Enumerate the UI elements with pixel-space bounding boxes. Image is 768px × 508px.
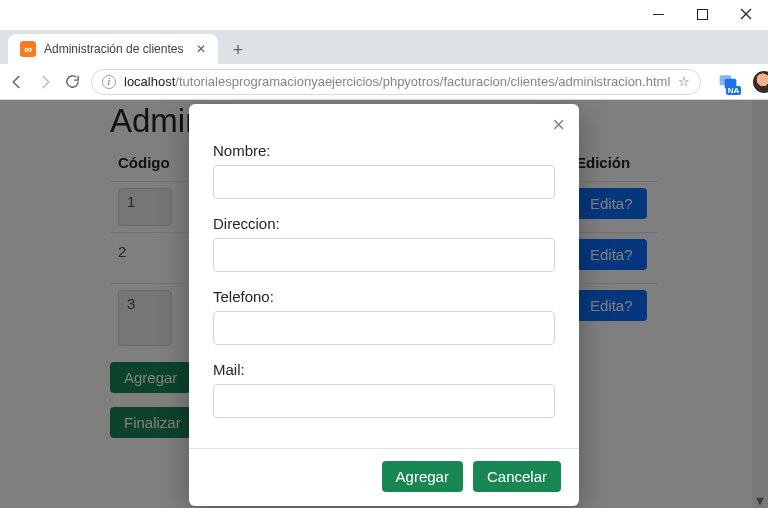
extension-translate-icon[interactable]: NA [717,71,739,93]
input-nombre[interactable] [213,165,555,199]
input-direccion[interactable] [213,238,555,272]
window-close[interactable] [724,0,768,28]
modal-agregar-button[interactable]: Agregar [382,461,463,492]
svg-rect-1 [697,9,707,19]
site-info-icon[interactable]: i [102,75,116,89]
back-button[interactable] [8,72,26,92]
address-bar[interactable]: i localhost/tutorialesprogramacionyaejer… [91,69,701,95]
label-telefono: Telefono: [213,288,555,305]
input-telefono[interactable] [213,311,555,345]
reload-button[interactable] [64,72,81,92]
toolbar: i localhost/tutorialesprogramacionyaejer… [0,64,768,100]
new-tab-button[interactable]: + [224,36,252,64]
url-text: localhost/tutorialesprogramacionyaejerci… [124,74,670,89]
label-nombre: Nombre: [213,142,555,159]
tab-close-icon[interactable]: ✕ [196,42,206,56]
label-mail: Mail: [213,361,555,378]
window-minimize[interactable] [636,0,680,28]
bookmark-star-icon[interactable]: ☆ [678,74,690,89]
tab-strip: Administración de clientes ✕ + [0,30,768,64]
profile-avatar[interactable] [753,71,768,93]
modal-dialog: × Nombre: Direccion: Telefono: Mail: Agr… [189,104,579,506]
tab-active[interactable]: Administración de clientes ✕ [8,34,218,64]
label-direccion: Direccion: [213,215,555,232]
input-mail[interactable] [213,384,555,418]
modal-cancelar-button[interactable]: Cancelar [473,461,561,492]
forward-button[interactable] [36,72,54,92]
tab-title: Administración de clientes [44,42,183,56]
window-maximize[interactable] [680,0,724,28]
window-titlebar [0,0,768,30]
modal-close-button[interactable]: × [552,114,565,136]
favicon-xampp-icon [20,41,36,57]
